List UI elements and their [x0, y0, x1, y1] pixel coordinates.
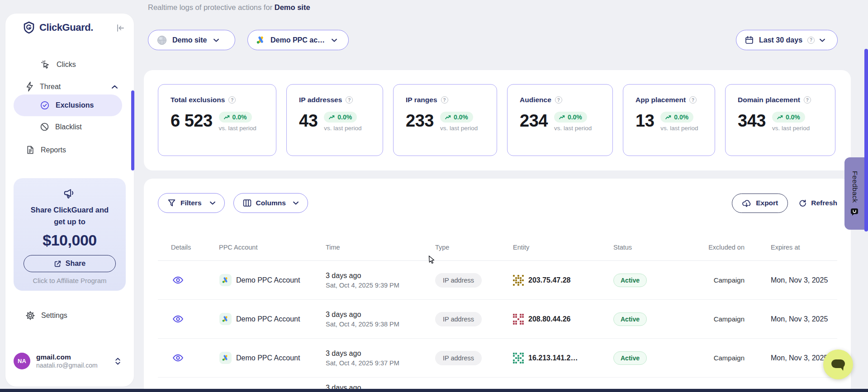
type-badge: IP address: [435, 312, 482, 326]
chevron-down-icon: [213, 38, 219, 42]
window-bottom-edge: [0, 389, 868, 392]
share-button[interactable]: Share: [24, 255, 116, 272]
trend-badge: 0.0%: [554, 112, 587, 123]
stat-label: Audience: [520, 96, 551, 104]
trend-up-icon: [445, 115, 451, 120]
ppc-account-selector[interactable]: Demo PPC ac…: [247, 30, 349, 50]
logo: ClickGuard.: [23, 21, 93, 34]
trend-badge: 0.0%: [324, 112, 357, 123]
expires-at-value: Mon, Nov 3, 2025: [749, 276, 837, 284]
details-eye-icon[interactable]: [173, 354, 208, 362]
chevron-down-icon: [293, 201, 299, 205]
sidebar-collapse-icon[interactable]: [115, 23, 126, 33]
date-range-selector[interactable]: Last 30 days ?: [736, 30, 838, 50]
ban-icon: [40, 122, 49, 132]
refresh-button[interactable]: Refresh: [798, 199, 837, 208]
entity-identicon: [513, 314, 524, 325]
trend-up-icon: [777, 115, 783, 120]
entity-identicon: [513, 275, 524, 286]
calendar-icon: [745, 35, 754, 45]
details-eye-icon[interactable]: [173, 315, 208, 323]
column-header: Entity: [504, 243, 606, 252]
google-ads-icon: [219, 313, 232, 325]
excluded-on-value: Campaign: [706, 354, 749, 362]
sidebar-item-label: Reports: [41, 146, 66, 154]
chevron-down-icon: [820, 38, 825, 42]
time-absolute: Sat, Oct 4, 2025 9:39 PM: [326, 282, 427, 289]
sidebar-item-settings[interactable]: Settings: [25, 311, 67, 321]
sidebar-scrollbar[interactable]: [131, 90, 134, 170]
site-selector-label: Demo site: [172, 36, 207, 44]
stat-card: Audience ? 234 0.0% vs. last period: [507, 84, 613, 156]
details-eye-icon[interactable]: [173, 276, 208, 284]
sidebar-item-clicks[interactable]: Clicks: [40, 59, 76, 70]
sidebar: ClickGuard. Clicks Threat Exclusions Bla…: [5, 14, 134, 387]
page-subtitle: Realtime logs of protective actions for …: [148, 3, 310, 12]
entity-identicon: [513, 353, 524, 364]
clickguard-shield-icon: [23, 21, 35, 34]
refresh-icon: [798, 199, 807, 208]
stat-label: App placement: [636, 96, 686, 104]
stat-label: Domain placement: [738, 96, 800, 104]
stat-value: 343: [738, 112, 766, 131]
sidebar-item-label: Settings: [41, 312, 67, 320]
google-ads-icon: [256, 36, 266, 44]
stat-label: IP ranges: [406, 96, 437, 104]
exclusions-table-panel: Filters Columns Export Refresh: [144, 179, 851, 392]
time-relative: 3 days ago: [326, 272, 427, 280]
stat-caption: vs. last period: [440, 125, 478, 132]
table-row: Demo PPC Account 3 days ago Sat, Oct 4, …: [158, 300, 837, 339]
help-icon[interactable]: ?: [804, 96, 811, 104]
trend-badge: 0.0%: [660, 112, 693, 123]
date-range-label: Last 30 days: [759, 36, 802, 44]
ppc-account-name: Demo PPC Account: [236, 276, 300, 284]
chevron-down-icon: [332, 38, 337, 42]
column-header: Type: [427, 243, 504, 252]
sidebar-item-label: Blacklist: [55, 123, 82, 131]
site-selector[interactable]: Demo site: [148, 30, 235, 50]
entity-value: 203.75.47.28: [528, 276, 570, 284]
sidebar-item-label: Exclusions: [56, 101, 94, 109]
trend-up-icon: [329, 115, 335, 120]
stats-panel: Total exclusions ? 6 523 0.0% vs. last p…: [144, 70, 851, 170]
sidebar-item-exclusions[interactable]: Exclusions: [14, 94, 122, 116]
sidebar-item-threat[interactable]: Threat: [25, 81, 118, 92]
columns-button[interactable]: Columns: [233, 193, 308, 213]
sidebar-item-blacklist[interactable]: Blacklist: [40, 122, 82, 132]
chat-launcher-button[interactable]: [823, 349, 853, 379]
time-absolute: Sat, Oct 4, 2025 9:37 PM: [326, 359, 427, 367]
stat-caption: vs. last period: [554, 125, 592, 132]
affiliate-promo-card[interactable]: Share ClickGuard and get up to $10,000 S…: [14, 178, 126, 291]
help-icon[interactable]: ?: [228, 96, 236, 104]
avatar: NA: [14, 353, 30, 369]
trend-badge: 0.0%: [219, 112, 252, 123]
sidebar-item-reports[interactable]: Reports: [25, 145, 66, 155]
help-icon: ?: [807, 37, 815, 44]
sidebar-item-label: Clicks: [57, 61, 76, 69]
stat-caption: vs. last period: [772, 125, 810, 132]
help-icon[interactable]: ?: [346, 96, 353, 104]
page-scrollbar[interactable]: [864, 49, 868, 231]
stat-value: 43: [299, 112, 318, 131]
help-icon[interactable]: ?: [689, 96, 697, 104]
account-switcher[interactable]: NA gmail.com naatali.ro@gmail.com: [14, 353, 126, 369]
stat-card: Total exclusions ? 6 523 0.0% vs. last p…: [158, 84, 276, 156]
badge-check-icon: [40, 100, 50, 110]
status-badge: Active: [613, 351, 647, 365]
trend-badge: 0.0%: [440, 112, 473, 123]
external-link-icon: [54, 260, 62, 268]
help-icon[interactable]: ?: [441, 96, 448, 104]
help-icon[interactable]: ?: [555, 96, 562, 104]
table-body: Demo PPC Account 3 days ago Sat, Oct 4, …: [158, 261, 837, 392]
stat-card: IP ranges ? 233 0.0% vs. last period: [393, 84, 497, 156]
document-icon: [25, 145, 35, 155]
cursor-click-icon: [40, 59, 51, 70]
feedback-tab[interactable]: Feedback: [844, 157, 865, 230]
chat-bubble-icon: [830, 358, 846, 371]
chevron-down-icon: [210, 201, 215, 205]
export-button[interactable]: Export: [732, 194, 788, 213]
table-row: Demo PPC Account 3 days ago Sat, Oct 4, …: [158, 339, 837, 378]
filters-button[interactable]: Filters: [158, 193, 225, 213]
stat-card: IP addresses ? 43 0.0% vs. last period: [286, 84, 383, 156]
feedback-bubble-icon: [850, 208, 859, 216]
